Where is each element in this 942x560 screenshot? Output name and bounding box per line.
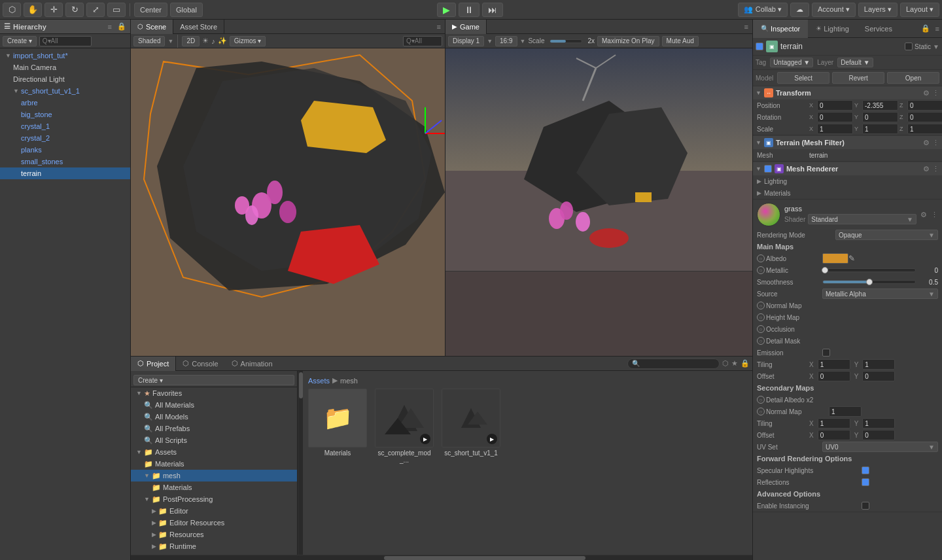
inspector-lock-icon[interactable]: 🔒 bbox=[918, 24, 933, 33]
emission-checkbox[interactable] bbox=[822, 349, 830, 357]
pt-resources[interactable]: ▶ 📁 Resources bbox=[131, 529, 297, 540]
game-panel-options[interactable]: ≡ bbox=[741, 23, 752, 31]
scene-3d-content[interactable]: < Persp bbox=[131, 48, 445, 356]
project-create-btn[interactable]: Create ▾ bbox=[133, 375, 294, 385]
shading-mode-btn[interactable]: Shaded bbox=[133, 36, 165, 46]
pt-runtime[interactable]: ▶ 📁 Runtime bbox=[131, 540, 297, 552]
pt-all-materials[interactable]: 🔍 All Materials bbox=[131, 399, 297, 411]
materials-label[interactable]: Materials bbox=[764, 190, 791, 197]
pt-editor[interactable]: ▶ 📁 Editor bbox=[131, 505, 297, 517]
h-item-smallstones[interactable]: small_stones bbox=[0, 156, 130, 167]
offset-y-input[interactable] bbox=[862, 371, 895, 381]
pos-y-input[interactable] bbox=[862, 100, 898, 111]
scale-z-input[interactable] bbox=[907, 124, 942, 134]
scale-x-input[interactable] bbox=[817, 124, 853, 134]
pt-assets[interactable]: ▼ 📁 Assets bbox=[131, 446, 297, 458]
tiling-y-input[interactable] bbox=[862, 359, 895, 370]
pt-editor-resources[interactable]: ▶ 📁 Editor Resources bbox=[131, 517, 297, 529]
maximize-btn[interactable]: Maximize On Play bbox=[597, 36, 659, 46]
h-item-bigstone[interactable]: big_stone bbox=[0, 109, 130, 120]
material-preview-ball[interactable] bbox=[757, 203, 780, 226]
hierarchy-create-btn[interactable]: Create ▾ bbox=[3, 36, 37, 46]
h-item-crystal1[interactable]: crystal_1 bbox=[0, 120, 130, 132]
asset-materials-folder[interactable]: 📁 Materials bbox=[308, 389, 367, 464]
mr-options[interactable]: ⚙ bbox=[923, 165, 930, 173]
breadcrumb-assets[interactable]: Assets bbox=[308, 377, 330, 385]
obj-name-field[interactable]: terrain bbox=[780, 42, 902, 51]
tag-dropdown[interactable]: Untagged ▼ bbox=[770, 58, 813, 67]
smoothness-slider-track[interactable] bbox=[822, 280, 916, 284]
albedo-circle[interactable]: ○ bbox=[757, 254, 765, 262]
step-btn[interactable]: ⏭ bbox=[482, 3, 503, 17]
mf-options[interactable]: ⚙ bbox=[923, 139, 930, 147]
bottom-scrollbar[interactable] bbox=[131, 555, 752, 560]
albedo-color-swatch[interactable] bbox=[822, 253, 848, 264]
instancing-checkbox[interactable] bbox=[862, 502, 869, 510]
pos-z-input[interactable] bbox=[907, 100, 942, 111]
display-btn[interactable]: Display 1 bbox=[448, 36, 484, 46]
offset-x-input[interactable] bbox=[818, 371, 850, 381]
scale-slider[interactable] bbox=[550, 39, 582, 43]
mr-more[interactable]: ⋮ bbox=[932, 165, 939, 173]
mf-more[interactable]: ⋮ bbox=[932, 139, 939, 147]
transform-options[interactable]: ⚙ bbox=[923, 89, 930, 97]
asset-sc-short[interactable]: ▶ sc_short_tut_v1_1 bbox=[442, 389, 500, 464]
mr-enable-checkbox[interactable] bbox=[764, 165, 772, 173]
scene-tab[interactable]: ⬡ Scene bbox=[131, 20, 173, 34]
mute-btn[interactable]: Mute Aud bbox=[662, 36, 699, 46]
collab-btn[interactable]: 👥 Collab ▾ bbox=[738, 3, 788, 17]
animation-tab[interactable]: ⬡ Animation bbox=[225, 357, 279, 371]
hierarchy-search[interactable] bbox=[39, 36, 92, 46]
account-btn[interactable]: Account ▾ bbox=[812, 3, 856, 17]
inspector-tab[interactable]: 🔍 Inspector bbox=[753, 20, 808, 38]
rot-y-input[interactable] bbox=[862, 112, 898, 122]
global-btn[interactable]: Global bbox=[170, 3, 203, 17]
scene-search[interactable] bbox=[403, 36, 442, 46]
pt-all-scripts[interactable]: 🔍 All Scripts bbox=[131, 434, 297, 446]
star-icon[interactable]: ★ bbox=[731, 359, 738, 368]
tree-scrollbar[interactable] bbox=[298, 371, 303, 555]
transform-more[interactable]: ⋮ bbox=[932, 89, 939, 97]
play-btn[interactable]: ▶ bbox=[437, 3, 456, 17]
scene-panel-options[interactable]: ≡ bbox=[433, 23, 445, 31]
pt-all-models[interactable]: 🔍 All Models bbox=[131, 411, 297, 423]
asset-sc-complete[interactable]: ▶ sc_complete_mod_... bbox=[375, 389, 434, 464]
hierarchy-options[interactable]: ≡ bbox=[108, 23, 112, 31]
h-item-terrain[interactable]: terrain bbox=[0, 167, 130, 179]
height-map-circle[interactable]: ○ bbox=[757, 313, 765, 321]
services-tab[interactable]: Services bbox=[857, 20, 900, 38]
project-tab[interactable]: ⬡ Project bbox=[131, 357, 176, 371]
metallic-slider-track[interactable] bbox=[822, 268, 916, 272]
layout-btn[interactable]: Layout ▾ bbox=[900, 3, 939, 17]
pt-postprocessing[interactable]: ▼ 📁 PostProcessing bbox=[131, 493, 297, 505]
pt-favorites[interactable]: ▼ ★ Favorites bbox=[131, 387, 297, 399]
h-item-sc[interactable]: ▼ sc_short_tut_v1_1 bbox=[0, 85, 130, 97]
scale-tool-btn[interactable]: ⤢ bbox=[86, 3, 105, 17]
select-btn[interactable]: Select bbox=[777, 72, 829, 84]
obj-active-checkbox[interactable] bbox=[756, 43, 763, 50]
2d-btn[interactable]: 2D bbox=[182, 36, 200, 46]
layer-dropdown[interactable]: Default ▼ bbox=[837, 58, 873, 67]
reflections-checkbox[interactable] bbox=[862, 478, 869, 486]
inspector-options-icon[interactable]: ≡ bbox=[933, 25, 942, 33]
occlusion-circle[interactable]: ○ bbox=[757, 325, 765, 333]
pt-mesh[interactable]: ▼ 📁 mesh bbox=[131, 470, 297, 481]
offset2-x-input[interactable] bbox=[818, 430, 850, 440]
sort-icon[interactable]: ⬡ bbox=[722, 359, 729, 368]
transform-header[interactable]: ▼ ↔ Transform ⚙ ⋮ bbox=[753, 86, 942, 99]
gizmos-btn[interactable]: Gizmos ▾ bbox=[230, 36, 266, 46]
lighting-tab[interactable]: ☀ Lighting bbox=[808, 20, 857, 38]
material-more[interactable]: ⋮ bbox=[931, 211, 938, 219]
h-item-scene[interactable]: ▼ import_short_tut* bbox=[0, 50, 130, 61]
tiling2-x-input[interactable] bbox=[818, 418, 850, 429]
hierarchy-lock[interactable]: 🔒 bbox=[117, 22, 126, 31]
h-item-crystal2[interactable]: crystal_2 bbox=[0, 132, 130, 144]
game-tab[interactable]: ▶ Game bbox=[445, 20, 487, 34]
layers-btn[interactable]: Layers ▾ bbox=[858, 3, 898, 17]
lock-icon[interactable]: 🔒 bbox=[741, 359, 750, 368]
lights-icon[interactable]: ☀ bbox=[202, 37, 209, 45]
audio-icon[interactable]: ♪ bbox=[211, 37, 215, 45]
lighting-label[interactable]: Lighting bbox=[764, 178, 787, 185]
offset2-y-input[interactable] bbox=[862, 430, 895, 440]
asset-store-tab[interactable]: Asset Store bbox=[173, 20, 224, 34]
